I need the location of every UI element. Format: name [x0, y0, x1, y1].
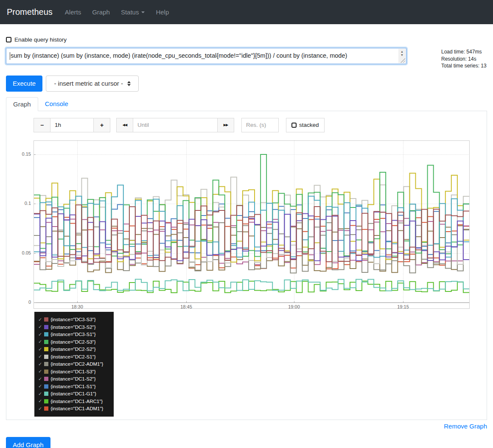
main-content: Enable query history sum by (instance) (…	[0, 36, 493, 448]
chevron-down-icon	[141, 11, 145, 13]
x-tick-label: 18:30	[71, 304, 83, 309]
scroll-down-icon[interactable]: ▼	[401, 53, 403, 57]
legend-item[interactable]: ✓{instance="DC2-S1"}	[38, 353, 114, 361]
legend-item[interactable]: ✓{instance="DC2-ADM1"}	[38, 361, 114, 368]
legend-item[interactable]: ✓{instance="DC1-G1"}	[38, 390, 114, 398]
time-input-group: ◀◀ ▶▶	[116, 118, 234, 132]
legend-label: {instance="DC2-S2"}	[50, 347, 95, 352]
check-icon: ✓	[38, 339, 42, 344]
check-icon: ✓	[38, 406, 42, 412]
insert-metric-label: - insert metric at cursor -	[54, 80, 123, 87]
legend-item[interactable]: ✓{instance="DC3-S2"}	[38, 323, 114, 331]
legend-swatch	[44, 384, 48, 389]
scroll-up-icon[interactable]: ▲	[401, 50, 403, 53]
query-history-label: Enable query history	[14, 36, 67, 43]
y-tick-label: 0	[16, 300, 31, 305]
check-icon: ✓	[38, 332, 42, 337]
stat-total-series: Total time series: 13	[441, 62, 487, 70]
nav-item-graph[interactable]: Graph	[87, 8, 115, 16]
legend-item[interactable]: ✓{instance="DC2-S2"}	[38, 346, 114, 353]
tab-graph[interactable]: Graph	[6, 97, 38, 111]
y-tick-label: 0.15	[16, 151, 31, 157]
navbar: Prometheus AlertsGraphStatusHelp	[0, 0, 493, 24]
time-forward-button[interactable]: ▶▶	[217, 118, 234, 132]
legend-item[interactable]: ✓{instance="DC1-S1"}	[38, 383, 114, 390]
query-history-checkbox[interactable]	[6, 37, 11, 42]
legend-item[interactable]: ✓{instance="DC1-S3"}	[38, 368, 114, 375]
stacked-checkbox[interactable]	[291, 123, 297, 128]
legend-label: {instance="DC2-ADM1"}	[50, 361, 103, 367]
legend-label: {instance="DC2-S1"}	[50, 354, 95, 359]
legend-label: {instance="DC1-S3"}	[50, 369, 95, 374]
legend-swatch	[44, 370, 48, 374]
nav-item-status[interactable]: Status	[115, 8, 151, 16]
insert-metric-dropdown[interactable]: - insert metric at cursor -	[46, 76, 139, 92]
remove-graph-link[interactable]: Remove Graph	[444, 423, 487, 430]
range-input-group: − +	[34, 118, 110, 132]
nav-menu: AlertsGraphStatusHelp	[59, 8, 174, 16]
stacked-label: stacked	[299, 122, 319, 128]
tab-bar: Graph Console	[6, 97, 487, 111]
stat-resolution: Resolution: 14s	[441, 56, 487, 63]
x-tick-label: 18:45	[180, 304, 192, 309]
legend-item[interactable]: ✓{instance="DC1-S2"}	[38, 375, 114, 383]
check-icon: ✓	[38, 391, 42, 397]
legend-label: {instance="DC3-S1"}	[50, 332, 95, 337]
legend-swatch	[44, 406, 48, 411]
chart: 00.050.10.15 18:3018:4519:0019:15	[34, 140, 470, 309]
app-brand[interactable]: Prometheus	[7, 7, 53, 17]
query-expression-input[interactable]: sum by (instance) (sum by (instance, mod…	[6, 48, 406, 64]
check-icon: ✓	[38, 361, 42, 367]
nav-item-help[interactable]: Help	[150, 8, 174, 16]
range-increase-button[interactable]: +	[93, 118, 110, 132]
legend-label: {instance="DC1-S1"}	[50, 384, 95, 389]
time-back-button[interactable]: ◀◀	[116, 118, 133, 132]
legend-swatch	[44, 392, 48, 396]
chart-plot-area[interactable]	[34, 141, 469, 303]
tab-console[interactable]: Console	[38, 97, 75, 111]
stat-load-time: Load time: 547ms	[441, 48, 487, 56]
legend-item[interactable]: ✓{instance="DC1-ADM1"}	[38, 405, 114, 413]
legend-swatch	[44, 347, 48, 351]
legend-item[interactable]: ✓{instance="DC3-S3"}	[38, 316, 114, 324]
stacked-toggle-button[interactable]: stacked	[286, 118, 325, 132]
legend-item[interactable]: ✓{instance="DC2-S3"}	[38, 338, 114, 346]
select-updown-icon	[127, 81, 131, 86]
query-expression-text: sum by (instance) (sum by (instance, mod…	[11, 52, 397, 59]
legend-item[interactable]: ✓{instance="DC3-S1"}	[38, 331, 114, 339]
legend-swatch	[44, 362, 48, 366]
check-icon: ✓	[38, 384, 42, 389]
legend-swatch	[44, 340, 48, 344]
legend-swatch	[44, 399, 48, 403]
legend-label: {instance="DC1-G1"}	[50, 391, 96, 396]
y-tick-label: 0.1	[16, 201, 31, 206]
x-tick-label: 19:15	[397, 304, 409, 309]
check-icon: ✓	[38, 347, 42, 352]
y-tick-label: 0.05	[16, 250, 31, 255]
legend-swatch	[44, 332, 48, 336]
add-graph-button[interactable]: Add Graph	[6, 437, 50, 448]
check-icon: ✓	[38, 324, 42, 330]
until-input[interactable]	[133, 118, 217, 132]
query-stats: Load time: 547ms Resolution: 14s Total t…	[441, 48, 487, 70]
legend-swatch	[44, 325, 48, 329]
legend-item[interactable]: ✓{instance="DC1-ARC1"}	[38, 398, 114, 405]
execute-button[interactable]: Execute	[6, 76, 42, 92]
nav-item-alerts[interactable]: Alerts	[59, 8, 87, 16]
check-icon: ✓	[38, 354, 42, 359]
legend-swatch	[44, 355, 48, 359]
range-input[interactable]	[50, 118, 93, 132]
legend-swatch	[44, 377, 48, 381]
x-tick-label: 19:00	[288, 304, 300, 309]
legend-swatch	[44, 317, 48, 322]
resolution-input[interactable]	[241, 118, 279, 132]
check-icon: ✓	[38, 369, 42, 374]
legend-label: {instance="DC1-ARC1"}	[50, 399, 103, 404]
chart-canvas[interactable]: 18:3018:4519:0019:15	[34, 140, 470, 309]
legend-label: {instance="DC2-S3"}	[50, 339, 95, 344]
graph-panel: − + ◀◀ ▶▶ stacked 00.050.10.15 18:3018:4…	[6, 111, 487, 420]
legend-label: {instance="DC1-ADM1"}	[50, 406, 103, 411]
graph-controls: − + ◀◀ ▶▶ stacked	[34, 118, 487, 132]
range-decrease-button[interactable]: −	[34, 118, 50, 132]
check-icon: ✓	[38, 317, 42, 322]
